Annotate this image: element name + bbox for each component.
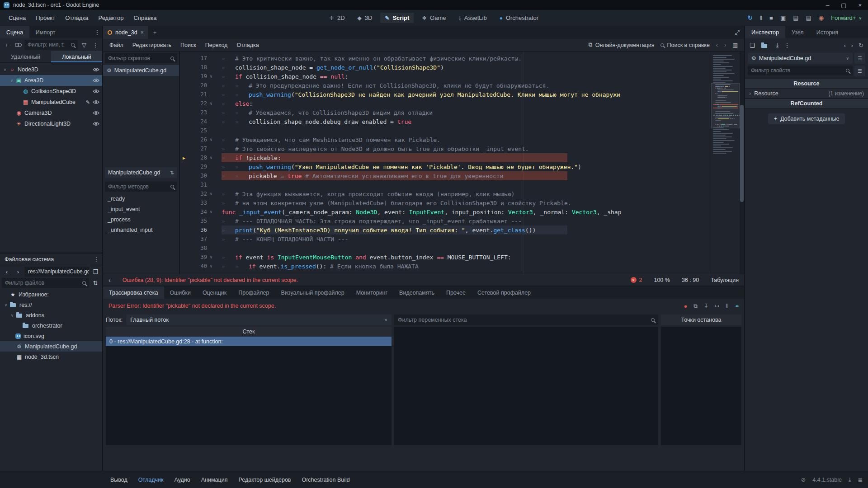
workspace-tab-orchestrator[interactable]: ●Orchestrator — [495, 13, 544, 23]
edited-object-select[interactable]: ⚙ ManipulatedCube.gd ∨ — [748, 53, 853, 64]
inspector-back-icon[interactable]: ‹ — [844, 42, 845, 49]
fs-filter-input[interactable]: Фильтр файлов — [2, 278, 89, 288]
version-label[interactable]: 4.4.1.stable — [812, 477, 842, 483]
method-item[interactable]: _ready — [103, 193, 179, 204]
line-number[interactable]: 27 — [188, 145, 207, 152]
line-number[interactable]: 33 — [188, 200, 207, 206]
bottom-panel-отладчик[interactable]: Отладчик — [133, 471, 169, 488]
movie-maker-icon[interactable]: ▤ — [806, 14, 811, 21]
script-menu-item[interactable]: Переход — [201, 42, 232, 48]
code-line[interactable]: 20»»# Это предупреждение важно! Если нет… — [180, 81, 744, 90]
line-number[interactable]: 39 — [188, 254, 207, 260]
methods-filter-input[interactable]: Фильтр методов — [105, 182, 177, 192]
stop-icon[interactable]: ■ — [769, 14, 773, 21]
fs-item-Избранное[interactable]: ★Избранное: — [0, 289, 102, 300]
remote-window-icon[interactable]: ▣ — [780, 14, 786, 21]
expand-arrow-icon[interactable]: ∨ — [2, 67, 8, 72]
instance-scene-icon[interactable] — [13, 40, 23, 50]
workspace-tab-3d[interactable]: ◆3D — [353, 13, 377, 23]
debugger-tab[interactable]: Визуальный профайлер — [275, 286, 350, 299]
code-gutter[interactable]: 27 — [180, 145, 222, 152]
script-menu-item[interactable]: Поиск — [176, 42, 201, 48]
code-line[interactable]: 25 — [180, 126, 744, 135]
code-line[interactable]: 32∨»# Эта функция вызывается, когда прои… — [180, 189, 744, 198]
code-line[interactable]: 19∨»if collision_shape_node == null: — [180, 72, 744, 81]
code-gutter[interactable]: 34∨ — [180, 209, 222, 215]
remote-toggle[interactable]: Удалённый — [0, 51, 51, 62]
fs-forward-icon[interactable]: › — [13, 267, 23, 277]
line-number[interactable]: 21 — [188, 91, 207, 98]
code-gutter[interactable]: 31 — [180, 182, 222, 188]
close-button[interactable]: × — [858, 2, 862, 9]
code-gutter[interactable]: 36 — [180, 227, 222, 233]
line-number[interactable]: 18 — [188, 64, 207, 70]
visibility-eye-icon[interactable] — [93, 67, 99, 72]
history-forward-icon[interactable]: › — [724, 42, 726, 48]
code-line[interactable]: 29»»push_warning("Узел ManipulatedCube н… — [180, 162, 744, 171]
fold-arrow-icon[interactable]: ∨ — [207, 101, 215, 106]
debugger-tab[interactable]: Видеопамять — [393, 286, 440, 299]
code-gutter[interactable]: 18 — [180, 64, 222, 70]
bottom-panel-анимация[interactable]: Анимация — [196, 471, 233, 488]
code-line[interactable]: 37»# --- КОНЕЦ ОТЛАДОЧНОЙ ЧАСТИ --- — [180, 235, 744, 244]
code-gutter[interactable]: 32∨ — [180, 191, 222, 197]
history-back-icon[interactable]: ‹ — [716, 42, 718, 48]
property-group-resource[interactable]: › Resource (1 изменение) — [745, 89, 868, 99]
scripts-panel-toggle-icon[interactable]: ▥ — [732, 42, 738, 48]
code-gutter[interactable]: 20 — [180, 82, 222, 89]
line-number[interactable]: 25 — [188, 127, 207, 134]
fs-item-ManipulatedCube.gd[interactable]: ⚙ManipulatedCube.gd — [0, 341, 102, 352]
stack-vars-filter-input[interactable]: Фильтр переменных стека — [394, 314, 658, 325]
copy-icon[interactable]: ⧉ — [693, 303, 698, 309]
line-number[interactable]: 26 — [188, 136, 207, 143]
fs-item-node_3d.tscn[interactable]: ▦node_3d.tscn — [0, 352, 102, 362]
renderer-select[interactable]: Forward+ ∨ — [831, 14, 862, 21]
line-number[interactable]: 32 — [188, 191, 207, 197]
fs-item-addons[interactable]: ∨addons — [0, 310, 102, 320]
code-line[interactable]: 38 — [180, 244, 744, 253]
line-number[interactable]: 22 — [188, 100, 207, 107]
line-number[interactable]: 20 — [188, 82, 207, 89]
code-minimap[interactable] — [711, 52, 740, 274]
code-gutter[interactable]: 24 — [180, 118, 222, 125]
debug-break-icon[interactable]: ‖ — [726, 303, 728, 309]
tab-node[interactable]: Узел — [785, 26, 810, 38]
menubar-menu[interactable]: Отладка — [60, 10, 93, 26]
line-number[interactable]: 36 — [188, 227, 207, 233]
inspector-forward-icon[interactable]: › — [851, 42, 853, 49]
record-icon[interactable]: ● — [684, 303, 687, 310]
restart-icon[interactable]: ↻ — [748, 14, 753, 21]
stack-frame-row[interactable]: 0 - res://ManipulatedCube.gd:28 - at fun… — [106, 337, 392, 346]
code-gutter[interactable]: 39∨ — [180, 254, 222, 260]
script-menu-item[interactable]: Файл — [105, 42, 128, 48]
debugger-tab[interactable]: Оценщик — [197, 286, 232, 299]
resource-extra-menu-icon[interactable]: ⋮ — [784, 42, 790, 49]
fs-split-mode-icon[interactable]: ❐ — [90, 267, 100, 277]
search-help-button[interactable]: Поиск в справке — [660, 42, 709, 48]
fs-item-icon.svg[interactable]: icon.svg — [0, 331, 102, 341]
code-line[interactable]: 39∨»if event is InputEventMouseButton an… — [180, 253, 744, 262]
workspace-tab-script[interactable]: ✎Script — [380, 13, 414, 23]
code-gutter[interactable]: 21 — [180, 91, 222, 98]
line-number[interactable]: 38 — [188, 245, 207, 251]
fold-arrow-icon[interactable]: ∨ — [207, 74, 215, 79]
expand-group-icon[interactable]: › — [749, 90, 751, 97]
debugger-tab[interactable]: Профайлер — [232, 286, 275, 299]
code-gutter[interactable]: 29 — [180, 164, 222, 170]
code-gutter[interactable]: ▶28∨ — [180, 155, 222, 161]
code-line[interactable]: 27»# Это свойство наследуется от Node3D … — [180, 144, 744, 153]
scene-node-node3d[interactable]: ∨○Node3D — [0, 64, 102, 75]
code-line[interactable]: 21»»push_warning("CollisionShape3D не на… — [180, 90, 744, 99]
fold-arrow-icon[interactable]: ∨ — [207, 255, 215, 259]
minimap-viewport[interactable] — [711, 83, 740, 128]
workspace-tab-game[interactable]: ❖Game — [417, 13, 451, 23]
visibility-eye-icon[interactable] — [93, 111, 99, 115]
category-refcounted[interactable]: RefCounted — [745, 99, 868, 108]
code-line[interactable]: 36»print("Куб (MeshInstance3D) получил с… — [180, 225, 744, 235]
local-toggle[interactable]: Локальный — [51, 51, 102, 62]
code-gutter[interactable]: 30 — [180, 173, 222, 179]
close-tab-icon[interactable]: × — [141, 29, 144, 36]
indent-mode[interactable]: Табуляция — [711, 277, 739, 283]
code-gutter[interactable]: 38 — [180, 245, 222, 251]
fold-arrow-icon[interactable]: ∨ — [207, 155, 215, 160]
